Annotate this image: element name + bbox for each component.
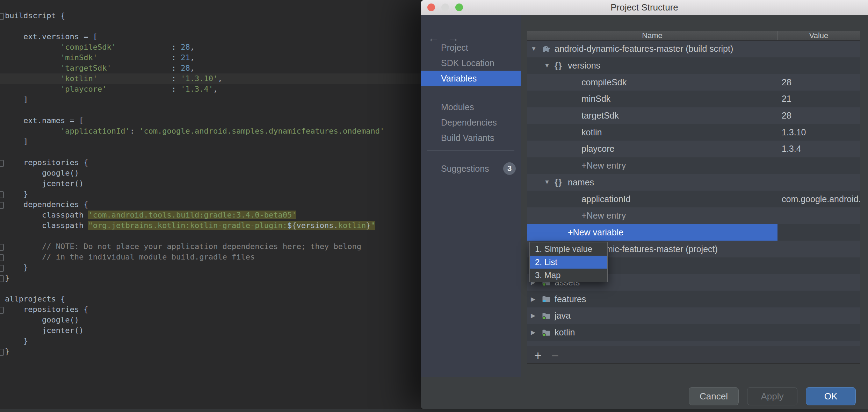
remove-variable-button[interactable]: − (551, 348, 559, 363)
code-line[interactable]: } (0, 346, 421, 357)
name-cell: ▶kotlin (527, 324, 777, 341)
sidebar-item-dependencies[interactable]: Dependencies (421, 115, 521, 130)
sidebar-item-sdk-location[interactable]: SDK Location (421, 55, 521, 71)
braces-icon: {} (555, 177, 568, 187)
gutter-marker-icon (0, 307, 4, 314)
code-line[interactable]: jcenter() (0, 325, 421, 336)
code-line[interactable] (0, 283, 421, 294)
chevron-right-icon[interactable]: ▶ (531, 312, 541, 319)
code-line[interactable]: google() (0, 168, 421, 178)
code-line[interactable]: ext.versions = [ (0, 31, 421, 42)
code-line[interactable] (0, 105, 421, 115)
code-line[interactable]: } (0, 336, 421, 346)
variable-row-playcore[interactable]: playcore1.3.4 (527, 141, 860, 157)
sidebar-item-variables[interactable]: Variables (421, 71, 521, 86)
variable-row-kotlin[interactable]: ▶kotlin (527, 324, 860, 341)
variable-row-new-variable[interactable]: +New variable (527, 224, 860, 241)
add-variable-button[interactable]: + (534, 348, 542, 363)
gutter-marker-icon (0, 275, 4, 282)
code-line[interactable] (0, 21, 421, 31)
code-line[interactable]: repositories { (0, 157, 421, 168)
close-window-icon[interactable] (427, 3, 435, 11)
code-editor[interactable]: buildscript { ext.versions = [ 'compileS… (0, 0, 421, 409)
code-line[interactable]: ] (0, 94, 421, 105)
variable-row-new-entry[interactable]: +New entry (527, 157, 860, 174)
name-cell: ▼android-dynamic-features-master (build … (527, 41, 777, 57)
code-line[interactable]: classpath 'com.android.tools.build:gradl… (0, 210, 421, 220)
code-line[interactable] (0, 147, 421, 157)
code-line[interactable]: 'targetSdk' : 28, (0, 63, 421, 73)
code-line[interactable]: 'minSdk' : 21, (0, 52, 421, 63)
code-line[interactable]: classpath "org.jetbrains.kotlin:kotlin-g… (0, 220, 421, 231)
code-line[interactable]: } (0, 189, 421, 199)
code-line[interactable]: dependencies { (0, 199, 421, 210)
name-cell: ▶features (527, 291, 777, 307)
code-line[interactable]: // in the individual module build.gradle… (0, 252, 421, 262)
value-cell (777, 324, 860, 341)
zoom-window-icon[interactable] (455, 3, 463, 11)
dropdown-item-3-map[interactable]: 3. Map (530, 269, 607, 282)
code-line[interactable]: } (0, 262, 421, 273)
chevron-down-icon[interactable]: ▼ (544, 179, 555, 186)
sidebar-item-build-variants[interactable]: Build Variants (421, 130, 521, 145)
variable-row-names[interactable]: ▼{}names (527, 174, 860, 191)
variable-row-applicationid[interactable]: applicationIdcom.google.android.samples.… (527, 191, 860, 207)
variable-row-versions[interactable]: ▼{}versions (527, 57, 860, 74)
code-line[interactable]: repositories { (0, 304, 421, 315)
chevron-right-icon[interactable]: ▶ (531, 296, 541, 303)
variable-name: names (568, 177, 594, 187)
code-line[interactable]: 'kotlin' : '1.3.10', (0, 73, 421, 84)
value-cell (777, 57, 860, 74)
apply-button[interactable]: Apply (747, 387, 797, 405)
variable-row-compilesdk[interactable]: compileSdk28 (527, 74, 860, 91)
variable-row-minsdk[interactable]: minSdk21 (527, 91, 860, 107)
code-line[interactable]: allprojects { (0, 294, 421, 304)
cancel-button[interactable]: Cancel (689, 387, 739, 405)
code-line[interactable]: ] (0, 136, 421, 147)
dropdown-item-2-list[interactable]: 2. List (530, 256, 607, 269)
variable-value: 1.3.4 (782, 144, 801, 154)
sidebar-item-label: Project (441, 43, 468, 52)
value-cell: 28 (777, 74, 860, 91)
code-line[interactable] (0, 231, 421, 241)
sidebar-item-project[interactable]: Project (421, 40, 521, 55)
dialog-titlebar[interactable]: Project Structure (421, 0, 868, 15)
code-line[interactable]: // NOTE: Do not place your application d… (0, 241, 421, 252)
code-line[interactable]: jcenter() (0, 178, 421, 189)
minimize-window-icon[interactable] (441, 3, 449, 11)
dropdown-item-1-simple-value[interactable]: 1. Simple value (530, 242, 607, 256)
variable-row-targetsdk[interactable]: targetSdk28 (527, 107, 860, 124)
code-line[interactable]: 'applicationId': 'com.google.android.sam… (0, 126, 421, 136)
code-line[interactable]: ext.names = [ (0, 115, 421, 126)
variable-row-java[interactable]: ▶java (527, 307, 860, 324)
value-cell (777, 291, 860, 307)
value-cell (777, 207, 860, 224)
code-line[interactable]: } (0, 273, 421, 283)
value-cell (777, 307, 860, 324)
variable-name: kotlin (555, 327, 575, 338)
chevron-right-icon[interactable]: ▶ (531, 329, 541, 336)
variable-row-features[interactable]: ▶features (527, 291, 860, 307)
sidebar-item-suggestions[interactable]: Suggestions3 (421, 161, 521, 176)
variable-row-kotlin[interactable]: kotlin1.3.10 (527, 124, 860, 141)
name-cell: +New entry (527, 207, 777, 224)
code-line[interactable]: buildscript { (0, 10, 421, 21)
variable-name: kotlin (581, 127, 602, 137)
variable-value: 21 (782, 94, 791, 104)
variable-name: +New entry (581, 161, 626, 171)
sidebar-item-modules[interactable]: Modules (421, 99, 521, 115)
variable-row-android-dynamic-features-master-build-script[interactable]: ▼android-dynamic-features-master (build … (527, 41, 860, 57)
value-cell (777, 224, 860, 241)
value-cell (777, 241, 860, 257)
chevron-down-icon[interactable]: ▼ (531, 45, 541, 52)
variable-row-new-entry[interactable]: +New entry (527, 207, 860, 224)
ok-button[interactable]: OK (806, 387, 856, 405)
code-line[interactable]: google() (0, 315, 421, 325)
folder-icon (541, 328, 555, 338)
code-line[interactable]: 'compileSdk' : 28, (0, 42, 421, 52)
code-line[interactable]: 'playcore' : '1.3.4', (0, 84, 421, 94)
project-structure-dialog: Project Structure ←→ ProjectSDK Location… (421, 0, 868, 409)
name-cell: ▼{}versions (527, 57, 777, 74)
folder-icon (541, 311, 555, 321)
chevron-down-icon[interactable]: ▼ (544, 62, 555, 69)
